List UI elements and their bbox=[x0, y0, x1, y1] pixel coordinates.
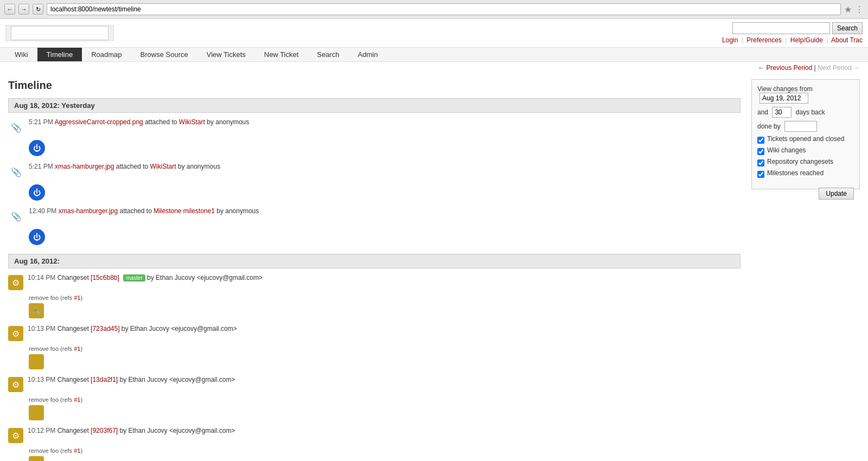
changeset-sub-1: remove foo (refs #1) bbox=[8, 294, 741, 301]
attachment-link-1[interactable]: AggressiveCarrot-cropped.png bbox=[54, 118, 143, 126]
done-by-row: done by bbox=[757, 121, 854, 132]
changeset-3: ⚙ 10:13 PM Changeset [13da2f1] by Ethan … bbox=[8, 375, 741, 420]
changeset-text-3: 10:13 PM Changeset [13da2f1] by Ethan Ju… bbox=[28, 376, 235, 383]
nav-admin[interactable]: Admin bbox=[349, 48, 387, 61]
attachment-link-2[interactable]: xmas-hamburger.jpg bbox=[55, 163, 114, 170]
about-trac-link[interactable]: About Trac bbox=[831, 36, 863, 44]
header-search-input[interactable] bbox=[732, 22, 830, 34]
changeset-img-4 bbox=[29, 456, 44, 461]
forward-button[interactable]: → bbox=[18, 4, 29, 15]
changeset-time-3: 10:13 PM bbox=[28, 376, 55, 383]
changeset-icon-3: ⚙ bbox=[8, 377, 23, 392]
changeset-2: ⚙ 10:13 PM Changeset [723ad45] by Ethan … bbox=[8, 324, 741, 369]
address-bar[interactable] bbox=[47, 3, 841, 15]
period-nav-row: ← Previous Period | Next Period → bbox=[0, 62, 868, 74]
attachment-entry-2: 📎 5:21 PM xmas-hamburger.jpg attached to… bbox=[8, 162, 741, 181]
checkbox-tickets: Tickets opened and closed bbox=[757, 135, 854, 145]
update-button[interactable]: Update bbox=[819, 188, 854, 200]
changeset-1: ⚙ 10:14 PM Changeset [15c6b8b] master by… bbox=[8, 273, 741, 318]
sidebar: View changes from and days back done by … bbox=[751, 79, 860, 461]
checkbox-wiki-label: Wiki changes bbox=[767, 146, 806, 154]
preferences-link[interactable]: Preferences bbox=[746, 36, 782, 44]
changeset-4: ⚙ 10:12 PM Changeset [9203f67] by Ethan … bbox=[8, 426, 741, 461]
power-icon-2: ⏻ bbox=[29, 184, 45, 201]
changeset-entry-1: ⚙ 10:14 PM Changeset [15c6b8b] master by… bbox=[8, 273, 741, 291]
changeset-entry-3: ⚙ 10:13 PM Changeset [13da2f1] by Ethan … bbox=[8, 375, 741, 393]
trac-logo bbox=[5, 25, 114, 41]
logo-input[interactable] bbox=[11, 26, 108, 40]
browser-chrome: ← → ↻ ★ ⋮ bbox=[0, 0, 868, 19]
hash-link-2[interactable]: [723ad45] bbox=[91, 325, 119, 332]
timeline-area: Timeline Aug 18, 2012: Yesterday 📎 5:21 … bbox=[8, 79, 741, 461]
changeset-img-3 bbox=[29, 405, 44, 420]
wiki-link-1[interactable]: WikiStart bbox=[179, 118, 205, 126]
entry-aug18-2: 📎 5:21 PM xmas-hamburger.jpg attached to… bbox=[8, 162, 741, 201]
reload-button[interactable]: ↻ bbox=[33, 4, 43, 15]
date-header-aug18: Aug 18, 2012: Yesterday bbox=[8, 98, 741, 113]
checkbox-wiki-input[interactable] bbox=[757, 148, 764, 155]
wiki-link-2[interactable]: WikiStart bbox=[150, 163, 176, 170]
help-guide-link[interactable]: Help/Guide bbox=[790, 36, 823, 44]
ref-link-4[interactable]: #1 bbox=[74, 447, 80, 454]
checkbox-tickets-label: Tickets opened and closed bbox=[767, 135, 844, 143]
changeset-time-2: 10:13 PM bbox=[28, 325, 55, 332]
checkbox-milestones: Milestones reached bbox=[757, 169, 854, 179]
bookmark-icon[interactable]: ★ bbox=[844, 4, 852, 15]
menu-icon[interactable]: ⋮ bbox=[855, 4, 864, 15]
nav-search[interactable]: Search bbox=[308, 48, 348, 61]
nav-roadmap[interactable]: Roadmap bbox=[82, 48, 131, 61]
entry-text-2: 5:21 PM xmas-hamburger.jpg attached to W… bbox=[29, 163, 220, 170]
next-period-disabled: Next Period → bbox=[818, 64, 860, 72]
ref-link-3[interactable]: #1 bbox=[74, 396, 80, 403]
ref-link-2[interactable]: #1 bbox=[74, 345, 80, 352]
back-button[interactable]: ← bbox=[4, 4, 15, 15]
changeset-sub-2: remove foo (refs #1) bbox=[8, 345, 741, 352]
entry-time-3: 12:40 PM bbox=[29, 207, 56, 215]
prev-period-link[interactable]: ← Previous Period bbox=[758, 64, 812, 72]
and-label: and bbox=[757, 108, 768, 116]
nav-timeline[interactable]: Timeline bbox=[37, 48, 82, 61]
hash-link-3[interactable]: [13da2f1] bbox=[91, 376, 118, 383]
entry-text-3: 12:40 PM xmas-hamburger.jpg attached to … bbox=[29, 207, 259, 215]
attachment-link-3[interactable]: xmas-hamburger.jpg bbox=[59, 207, 118, 215]
badge-master-1: master bbox=[123, 274, 145, 281]
changeset-entry-4: ⚙ 10:12 PM Changeset [9203f67] by Ethan … bbox=[8, 426, 741, 444]
attachment-entry-3: 📎 12:40 PM xmas-hamburger.jpg attached t… bbox=[8, 206, 741, 226]
nav-bar: Wiki Timeline Roadmap Browse Source View… bbox=[0, 48, 868, 62]
changeset-entry-2: ⚙ 10:13 PM Changeset [723ad45] by Ethan … bbox=[8, 324, 741, 342]
main-content: Timeline Aug 18, 2012: Yesterday 📎 5:21 … bbox=[0, 74, 868, 461]
sidebar-panel: View changes from and days back done by … bbox=[751, 79, 860, 189]
changeset-time-1: 10:14 PM bbox=[28, 274, 55, 281]
hash-link-4[interactable]: [9203f67] bbox=[91, 427, 118, 434]
done-by-label: done by bbox=[757, 123, 781, 130]
entry-aug18-1: 📎 5:21 PM AggressiveCarrot-cropped.png a… bbox=[8, 117, 741, 156]
power-icon-1: ⏻ bbox=[29, 140, 45, 156]
checkboxes-area: Tickets opened and closed Wiki changes R… bbox=[757, 135, 854, 179]
header-search-area: Search bbox=[732, 22, 863, 34]
user-links: Login | Preferences | Help/Guide | About… bbox=[722, 36, 863, 44]
checkbox-repo: Repository changesets bbox=[757, 158, 854, 168]
ref-link-1[interactable]: #1 bbox=[74, 294, 80, 301]
hash-link-1[interactable]: [15c6b8b] bbox=[91, 274, 119, 281]
milestone-link[interactable]: Milestone milestone1 bbox=[154, 207, 215, 215]
checkbox-milestones-input[interactable] bbox=[757, 171, 764, 178]
login-link[interactable]: Login bbox=[722, 36, 738, 44]
checkbox-tickets-input[interactable] bbox=[757, 137, 764, 144]
view-changes-row: View changes from bbox=[757, 85, 854, 104]
entry-time-2: 5:21 PM bbox=[29, 163, 53, 170]
changeset-sub-3: remove foo (refs #1) bbox=[8, 396, 741, 403]
trac-header: Search Login | Preferences | Help/Guide … bbox=[0, 19, 868, 48]
page-title: Timeline bbox=[8, 79, 741, 92]
done-by-input[interactable] bbox=[784, 121, 817, 132]
nav-view-tickets[interactable]: View Tickets bbox=[197, 48, 255, 61]
checkbox-repo-input[interactable] bbox=[757, 159, 764, 167]
nav-browse-source[interactable]: Browse Source bbox=[131, 48, 197, 61]
attachment-icon-2: 📎 bbox=[8, 164, 24, 180]
changeset-text-4: 10:12 PM Changeset [9203f67] by Ethan Ju… bbox=[28, 427, 235, 434]
changeset-icon-4: ⚙ bbox=[8, 428, 23, 443]
nav-wiki[interactable]: Wiki bbox=[5, 48, 37, 61]
nav-new-ticket[interactable]: New Ticket bbox=[255, 48, 308, 61]
header-search-button[interactable]: Search bbox=[832, 22, 863, 34]
days-input[interactable] bbox=[772, 107, 792, 118]
date-input[interactable] bbox=[760, 93, 808, 104]
